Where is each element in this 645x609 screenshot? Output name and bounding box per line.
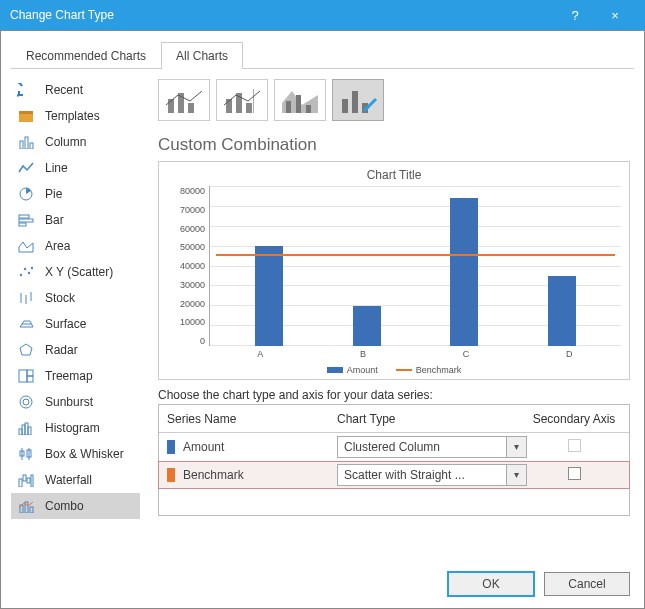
sidebar-item-sunburst[interactable]: Sunburst [11, 389, 140, 415]
sidebar-item-label: Radar [45, 343, 78, 357]
svg-rect-33 [27, 478, 30, 483]
tab-bar: Recommended Charts All Charts [11, 41, 634, 69]
sidebar-item-label: Combo [45, 499, 84, 513]
sidebar-item-recent[interactable]: Recent [11, 77, 140, 103]
sidebar-item-radar[interactable]: Radar [11, 337, 140, 363]
svg-point-22 [23, 399, 29, 405]
close-button[interactable]: × [595, 8, 635, 23]
sidebar-item-waterfall[interactable]: Waterfall [11, 467, 140, 493]
sidebar-item-scatter[interactable]: X Y (Scatter) [11, 259, 140, 285]
sidebar-item-label: Stock [45, 291, 75, 305]
window-title: Change Chart Type [10, 8, 555, 22]
svg-point-12 [31, 267, 33, 269]
secondary-axis-checkbox-amount[interactable] [568, 439, 581, 452]
chart-type-value: Scatter with Straight ... [338, 468, 506, 482]
svg-rect-49 [352, 91, 358, 113]
scatter-icon [17, 263, 35, 281]
chart-type-combo-amount[interactable]: Clustered Column ▾ [337, 436, 527, 458]
sidebar-item-label: Sunburst [45, 395, 93, 409]
sidebar-item-column[interactable]: Column [11, 129, 140, 155]
sidebar-item-label: Treemap [45, 369, 93, 383]
chart-type-sidebar: Recent Templates Column Line Pie Bar [11, 69, 140, 562]
svg-point-10 [24, 268, 26, 270]
sidebar-item-label: Pie [45, 187, 62, 201]
sidebar-item-combo[interactable]: Combo [11, 493, 140, 519]
box-whisker-icon [17, 445, 35, 463]
col-series-name: Series Name [167, 412, 337, 426]
subtype-2[interactable] [216, 79, 268, 121]
sidebar-item-label: Column [45, 135, 86, 149]
svg-rect-34 [31, 475, 33, 487]
svg-rect-46 [296, 95, 301, 113]
dialog-body: Recommended Charts All Charts Recent Tem… [0, 30, 645, 609]
chart-type-value: Clustered Column [338, 440, 506, 454]
sidebar-item-label: Area [45, 239, 70, 253]
svg-rect-48 [342, 99, 348, 113]
series-prompt: Choose the chart type and axis for your … [158, 388, 630, 402]
subtype-1[interactable] [158, 79, 210, 121]
svg-point-9 [20, 274, 22, 276]
series-name: Benchmark [183, 468, 244, 482]
series-swatch-icon [167, 440, 175, 454]
sidebar-item-treemap[interactable]: Treemap [11, 363, 140, 389]
subtype-4-custom[interactable] [332, 79, 384, 121]
sidebar-item-surface[interactable]: Surface [11, 311, 140, 337]
svg-rect-31 [19, 479, 22, 487]
chart-x-axis: ABCD [167, 349, 621, 359]
chevron-down-icon: ▾ [506, 465, 526, 485]
column-icon [17, 133, 35, 151]
recent-icon [17, 81, 35, 99]
chart-benchmark-line [216, 254, 615, 256]
chart-bar [353, 306, 381, 346]
cancel-button[interactable]: Cancel [544, 572, 630, 596]
sidebar-item-label: Box & Whisker [45, 447, 124, 461]
help-button[interactable]: ? [555, 8, 595, 23]
svg-rect-2 [20, 141, 23, 149]
chart-bar [548, 276, 576, 346]
svg-rect-18 [19, 370, 27, 382]
sidebar-item-pie[interactable]: Pie [11, 181, 140, 207]
svg-point-11 [28, 272, 30, 274]
titlebar: Change Chart Type ? × [0, 0, 645, 30]
svg-rect-7 [19, 219, 33, 222]
col-secondary-axis: Secondary Axis [527, 412, 621, 426]
treemap-icon [17, 367, 35, 385]
svg-rect-45 [286, 101, 291, 113]
sidebar-item-area[interactable]: Area [11, 233, 140, 259]
chart-type-combo-benchmark[interactable]: Scatter with Straight ... ▾ [337, 464, 527, 486]
sidebar-item-bar[interactable]: Bar [11, 207, 140, 233]
combo-icon [17, 497, 35, 515]
ok-button[interactable]: OK [448, 572, 534, 596]
sidebar-item-boxwhisker[interactable]: Box & Whisker [11, 441, 140, 467]
svg-point-21 [20, 396, 32, 408]
svg-rect-6 [19, 215, 29, 218]
sidebar-item-label: Line [45, 161, 68, 175]
series-row-amount: Amount Clustered Column ▾ [159, 433, 629, 461]
chart-bar [255, 246, 283, 346]
svg-rect-1 [19, 111, 33, 114]
sidebar-item-label: Templates [45, 109, 100, 123]
sidebar-item-stock[interactable]: Stock [11, 285, 140, 311]
tab-recommended[interactable]: Recommended Charts [11, 42, 161, 69]
area-icon [17, 237, 35, 255]
sidebar-item-templates[interactable]: Templates [11, 103, 140, 129]
subtype-heading: Custom Combination [158, 135, 630, 155]
svg-rect-47 [306, 105, 311, 113]
series-swatch-icon [167, 468, 175, 482]
svg-rect-37 [30, 507, 33, 513]
series-row-benchmark: Benchmark Scatter with Straight ... ▾ [158, 461, 630, 489]
sidebar-item-label: Histogram [45, 421, 100, 435]
subtype-3[interactable] [274, 79, 326, 121]
sunburst-icon [17, 393, 35, 411]
secondary-axis-checkbox-benchmark[interactable] [568, 467, 581, 480]
sidebar-item-histogram[interactable]: Histogram [11, 415, 140, 441]
stock-icon [17, 289, 35, 307]
chart-preview: Chart Title 8000070000600005000040000300… [158, 161, 630, 380]
surface-icon [17, 315, 35, 333]
sidebar-item-line[interactable]: Line [11, 155, 140, 181]
sidebar-item-label: Recent [45, 83, 83, 97]
tab-all-charts[interactable]: All Charts [161, 42, 243, 69]
sidebar-item-label: Surface [45, 317, 86, 331]
svg-rect-19 [27, 370, 33, 376]
svg-rect-40 [188, 103, 194, 113]
